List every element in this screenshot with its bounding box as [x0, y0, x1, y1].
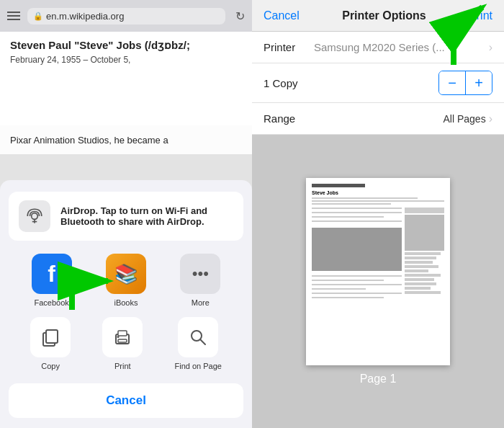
printer-option-row[interactable]: Printer Samsung M2020 Series (... › — [252, 32, 504, 63]
find-on-page-action-item[interactable]: Find on Page — [174, 317, 221, 370]
printer-options-header: Cancel Printer Options Print — [252, 0, 504, 32]
preview-line-3 — [312, 203, 391, 205]
bottom-text: Pixar Animation Studios, he became a — [10, 135, 168, 146]
airdrop-title: AirDrop. Tap to turn on Wi-Fi and Blueto… — [60, 205, 233, 227]
preview-body — [312, 208, 444, 300]
svg-rect-7 — [118, 339, 127, 342]
page-title: Steven Paul "Steve" Jobs (/dʒɒbz/; — [10, 39, 242, 52]
more-label: More — [192, 298, 210, 307]
print-action-item[interactable]: Print — [102, 317, 143, 370]
preview-image — [312, 228, 402, 271]
share-sheet: AirDrop. Tap to turn on Wi-Fi and Blueto… — [0, 180, 252, 428]
more-icon: ••• — [180, 254, 220, 294]
copies-stepper: − + — [438, 71, 492, 95]
preview-line-4 — [312, 208, 402, 209]
ibooks-icon: 📚 — [106, 254, 146, 294]
printer-value: Samsung M2020 Series (... — [314, 41, 489, 53]
preview-line-2 — [312, 200, 444, 202]
range-option-row[interactable]: Range All Pages › — [252, 103, 504, 135]
increment-copies-button[interactable]: + — [466, 71, 492, 94]
right-panel: Cancel Printer Options Print Printer Sam… — [252, 0, 504, 428]
find-on-page-icon — [178, 317, 218, 357]
preview-article-title: Steve Jobs — [312, 190, 444, 195]
left-panel: 🔒 en.m.wikipedia.org ↻ Steven Paul "Stev… — [0, 0, 252, 428]
svg-point-8 — [117, 336, 120, 338]
copies-label: 1 Copy — [264, 77, 438, 89]
facebook-icon: f — [32, 254, 72, 294]
svg-rect-4 — [46, 330, 58, 343]
bottom-page-text: Pixar Animation Studios, he became a — [0, 125, 252, 154]
address-bar[interactable]: 🔒 en.m.wikipedia.org — [27, 8, 225, 24]
copy-icon — [30, 317, 71, 357]
airdrop-row: AirDrop. Tap to turn on Wi-Fi and Blueto… — [9, 192, 243, 241]
ibooks-label: iBooks — [114, 298, 138, 307]
range-arrow-icon: › — [489, 112, 492, 125]
menu-icon[interactable] — [7, 12, 22, 20]
copy-action-item[interactable]: Copy — [30, 317, 71, 370]
page-number: Page 1 — [360, 373, 397, 385]
svg-rect-6 — [118, 331, 127, 336]
airdrop-text: AirDrop. Tap to turn on Wi-Fi and Blueto… — [60, 205, 233, 227]
print-label: Print — [114, 362, 131, 370]
more-app-item[interactable]: ••• More — [180, 254, 220, 307]
preview-page: Steve Jobs — [306, 178, 450, 365]
copies-row: 1 Copy − + — [252, 63, 504, 103]
preview-line-1 — [312, 197, 418, 199]
facebook-label: Facebook — [35, 298, 69, 307]
app-icons-row: f Facebook 📚 iBooks ••• More — [0, 248, 252, 317]
browser-bar: 🔒 en.m.wikipedia.org ↻ — [0, 0, 252, 32]
range-value-text: All Pages — [444, 113, 486, 125]
url-text: en.m.wikipedia.org — [46, 11, 124, 22]
facebook-app-item[interactable]: f Facebook — [32, 254, 72, 307]
range-label: Range — [264, 112, 314, 125]
airdrop-icon — [25, 207, 44, 226]
copy-label: Copy — [41, 362, 60, 370]
preview-header-bar — [312, 184, 365, 187]
print-preview: Steve Jobs — [252, 135, 504, 428]
svg-point-0 — [32, 213, 38, 220]
action-icons-row: Copy Print — [0, 317, 252, 378]
cancel-button[interactable]: Cancel — [9, 383, 243, 418]
printer-arrow-icon: › — [489, 41, 492, 54]
preview-line-6 — [312, 216, 384, 218]
preview-left-col — [312, 208, 402, 300]
share-sheet-overlay: Pixar Animation Studios, he became a — [0, 125, 252, 428]
printer-cancel-button[interactable]: Cancel — [264, 9, 300, 22]
refresh-icon[interactable]: ↻ — [235, 9, 245, 23]
preview-line-7 — [312, 220, 402, 222]
preview-line-5 — [312, 212, 402, 213]
ibooks-app-item[interactable]: 📚 iBooks — [106, 254, 146, 307]
preview-right-col — [405, 208, 444, 300]
page-subtitle: February 24, 1955 – October 5, — [10, 55, 242, 65]
svg-line-10 — [200, 339, 205, 344]
printer-print-button[interactable]: Print — [469, 9, 492, 22]
decrement-copies-button[interactable]: − — [439, 71, 465, 94]
airdrop-icon-wrap — [19, 200, 50, 232]
lock-icon: 🔒 — [33, 12, 43, 21]
printer-options-title: Printer Options — [342, 9, 426, 22]
find-on-page-label: Find on Page — [174, 362, 221, 370]
print-icon — [102, 317, 143, 357]
printer-label: Printer — [264, 41, 314, 53]
